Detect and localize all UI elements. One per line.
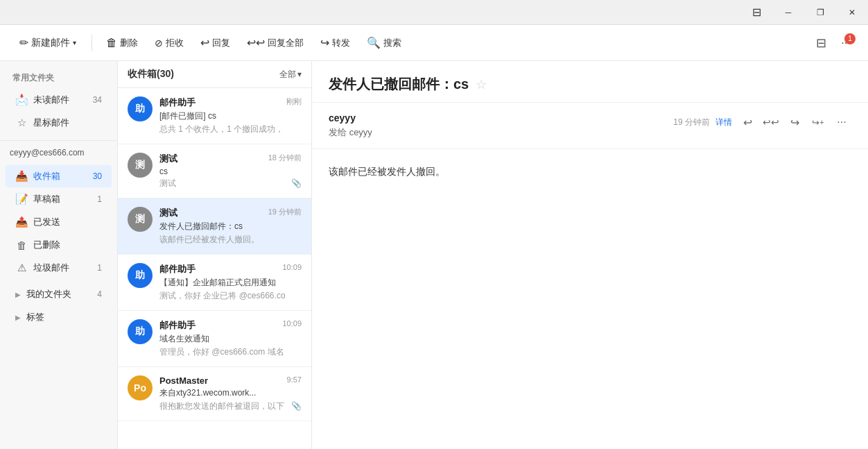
- user-info: ceyyy@ces666.com: [0, 140, 117, 164]
- sender-name: ceyyy: [329, 112, 372, 124]
- avatar: 测: [128, 207, 153, 232]
- reading-body: 该邮件已经被发件人撤回。: [312, 149, 868, 449]
- search-button[interactable]: 🔍 搜索: [360, 32, 408, 53]
- email-time: 18 分钟前: [268, 153, 302, 163]
- sidebar-item-starred[interactable]: ☆ 星标邮件: [6, 112, 112, 134]
- email-item[interactable]: 助 邮件助手 10:09 【通知】企业邮箱正式启用通知 测试，你好 企业已将 @…: [118, 255, 311, 311]
- layout-toggle-button[interactable]: ⊟: [810, 32, 832, 54]
- more-reply-action-button[interactable]: ↪+: [808, 112, 828, 132]
- sidebar-item-tags[interactable]: ▶ 标签: [6, 306, 112, 328]
- unread-icon: 📩: [15, 94, 28, 106]
- email-content: 测试 18 分钟前 cs 测试 📎: [159, 153, 302, 189]
- reply-all-icon: ↩↩: [247, 36, 265, 49]
- reading-actions: ↩ ↩↩ ↪ ↪+ ···: [738, 112, 851, 132]
- detail-link[interactable]: 详情: [715, 117, 732, 128]
- reading-title: 发件人已撤回邮件：cs: [329, 75, 469, 94]
- filter-caret-icon: ▾: [297, 69, 302, 79]
- email-sender: 邮件助手: [159, 263, 196, 276]
- email-item[interactable]: 测 测试 19 分钟前 发件人已撤回邮件：cs 该邮件已经被发件人撤回。: [118, 198, 311, 255]
- sent-icon: 📤: [15, 216, 28, 228]
- star-icon[interactable]: ☆: [476, 77, 487, 92]
- sidebar-item-unread[interactable]: 📩 未读邮件 34: [6, 89, 112, 111]
- sidebar-item-label: 已删除: [33, 239, 102, 251]
- email-time: 9:57: [287, 375, 302, 384]
- email-item[interactable]: Po PostMaster 9:57 来自xty321.wecom.work..…: [118, 367, 311, 421]
- email-preview: 该邮件已经被发件人撤回。: [159, 234, 302, 246]
- sidebar-item-label: 草稿箱: [33, 193, 92, 205]
- search-icon: 🔍: [367, 36, 381, 49]
- reply-all-action-button[interactable]: ↩↩: [761, 112, 781, 132]
- email-preview: 测试: [159, 178, 176, 189]
- sidebar-item-inbox[interactable]: 📥 收件箱 30: [6, 165, 112, 187]
- reply-button[interactable]: ↩ 回复: [193, 32, 237, 53]
- email-content: 邮件助手 10:09 【通知】企业邮箱正式启用通知 测试，你好 企业已将 @ce…: [159, 263, 302, 302]
- email-subject: 【通知】企业邮箱正式启用通知: [159, 277, 302, 289]
- deleted-icon: 🗑: [15, 239, 28, 251]
- email-item[interactable]: 助 邮件助手 10:09 域名生效通知 管理员，你好 @ces666.com 域…: [118, 311, 311, 367]
- sidebar-item-deleted[interactable]: 🗑 已删除: [6, 234, 112, 256]
- email-subject: 来自xty321.wecom.work...: [159, 387, 302, 399]
- compose-icon: ✏: [19, 36, 28, 49]
- email-subject: cs: [159, 167, 302, 176]
- more-action-button[interactable]: ···: [832, 112, 851, 132]
- avatar: 助: [128, 319, 153, 344]
- email-content: 邮件助手 10:09 域名生效通知 管理员，你好 @ces666.com 域名: [159, 319, 302, 358]
- more-actions-button[interactable]: ··· 1: [835, 32, 857, 54]
- reading-meta: ceyyy 发给 ceyyy 19 分钟前 详情 ↩ ↩↩ ↪ ↪+ ···: [312, 103, 868, 149]
- delete-button[interactable]: 🗑 删除: [99, 33, 145, 53]
- forward-button[interactable]: ↪ 转发: [313, 32, 357, 53]
- attachment-icon: 📎: [291, 178, 302, 188]
- maximize-button[interactable]: ❐: [804, 0, 836, 25]
- email-list-header: 收件箱(30) 全部 ▾: [118, 61, 311, 88]
- compose-caret-icon: ▾: [73, 39, 76, 46]
- reply-all-button[interactable]: ↩↩ 回复全部: [240, 32, 311, 53]
- email-time: 10:09: [282, 263, 302, 271]
- minimize-button[interactable]: ─: [772, 0, 804, 25]
- reply-icon: ↩: [200, 36, 209, 49]
- sidebar-item-label: 未读邮件: [33, 94, 87, 106]
- email-sender: 测试: [159, 153, 177, 165]
- caret-icon: ▶: [15, 314, 21, 321]
- compose-button[interactable]: ✏ 新建邮件 ▾: [11, 32, 85, 53]
- drafts-icon: 📝: [15, 193, 28, 205]
- attachment-icon: 📎: [291, 401, 302, 411]
- sidebar-item-sent[interactable]: 📤 已发送: [6, 211, 112, 233]
- drafts-badge: 1: [97, 194, 102, 204]
- email-preview: 总共 1 个收件人，1 个撤回成功，: [159, 124, 302, 135]
- folder-list: 📥 收件箱 30 📝 草稿箱 1 📤 已发送 🗑 已删除 ⚠ 垃圾邮件 1: [0, 164, 117, 280]
- email-time: 刚刚: [286, 96, 302, 107]
- inbox-badge: 30: [93, 171, 102, 181]
- email-preview: 管理员，你好 @ces666.com 域名: [159, 346, 302, 358]
- unread-badge: 34: [93, 95, 102, 105]
- email-subject: 域名生效通知: [159, 333, 302, 345]
- avatar: 助: [128, 263, 153, 288]
- star-icon: ☆: [15, 117, 28, 129]
- sidebar-item-label: 标签: [26, 311, 102, 323]
- sidebar-toggle-button[interactable]: ⊟: [740, 0, 772, 25]
- sidebar-item-drafts[interactable]: 📝 草稿箱 1: [6, 188, 112, 210]
- sidebar-item-my-folders[interactable]: ▶ 我的文件夹 4: [6, 283, 112, 305]
- filter-button[interactable]: 全部 ▾: [279, 69, 302, 81]
- email-sender: 邮件助手: [159, 96, 196, 109]
- sidebar-item-label: 已发送: [33, 216, 102, 228]
- my-folders-badge: 4: [97, 289, 102, 299]
- email-subject: 发件人已撤回邮件：cs: [159, 221, 302, 232]
- spam-badge: 1: [97, 263, 102, 273]
- reject-button[interactable]: ⊘ 拒收: [148, 33, 191, 53]
- close-button[interactable]: ✕: [836, 0, 868, 25]
- email-sender: 邮件助手: [159, 319, 196, 332]
- sidebar-item-spam[interactable]: ⚠ 垃圾邮件 1: [6, 257, 112, 279]
- reply-action-button[interactable]: ↩: [738, 112, 757, 132]
- email-preview: 很抱歉您发送的邮件被退回，以下: [159, 400, 284, 412]
- email-item[interactable]: 助 邮件助手 刚刚 [邮件已撤回] cs 总共 1 个收件人，1 个撤回成功，: [118, 88, 311, 144]
- forward-action-button[interactable]: ↪: [785, 112, 804, 132]
- sidebar-item-label: 垃圾邮件: [33, 262, 92, 274]
- email-item[interactable]: 测 测试 18 分钟前 cs 测试 📎: [118, 144, 311, 198]
- notification-badge: 1: [844, 33, 856, 44]
- email-content: 邮件助手 刚刚 [邮件已撤回] cs 总共 1 个收件人，1 个撤回成功，: [159, 96, 302, 135]
- reading-time: 19 分钟前: [673, 117, 710, 128]
- email-time: 19 分钟前: [268, 207, 302, 217]
- sidebar-item-label: 收件箱: [33, 170, 87, 183]
- email-subject: [邮件已撤回] cs: [159, 110, 302, 122]
- inbox-icon: 📥: [15, 170, 28, 183]
